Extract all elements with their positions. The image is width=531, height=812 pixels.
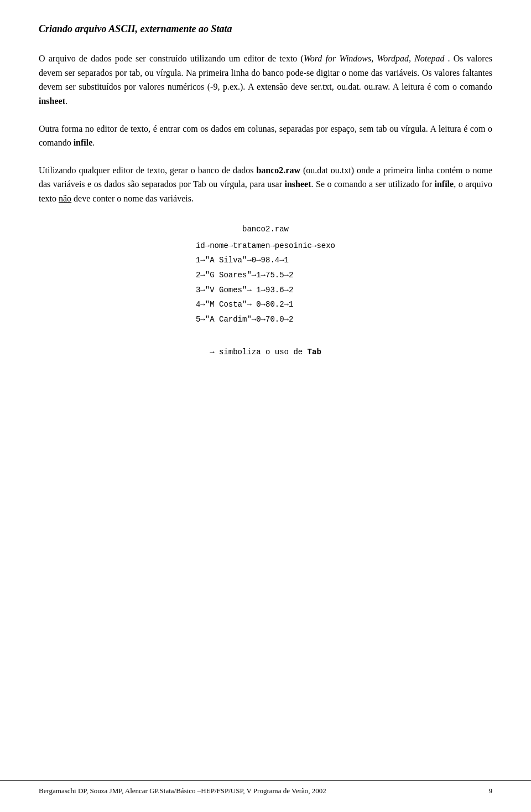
code-line-header: id→nome→tratamen→pesoinic→sexo — [196, 239, 335, 254]
code-line-3: 3→"V Gomes"→ 1→93.6→2 — [196, 283, 335, 298]
page-container: Criando arquivo ASCII, externamente ao S… — [0, 0, 531, 812]
page-title: Criando arquivo ASCII, externamente ao S… — [39, 22, 492, 36]
paragraph-1: O arquivo de dados pode ser construído u… — [39, 51, 492, 108]
code-line-4: 4→"M Costa"→ 0→80.2→1 — [196, 297, 335, 312]
code-block: banco2.raw id→nome→tratamen→pesoinic→sex… — [196, 223, 335, 360]
code-line-1: 1→"A Silva"→0→98.4→1 — [196, 253, 335, 268]
code-line-5: 5→"A Cardim"→0→70.0→2 — [196, 312, 335, 327]
code-line-2: 2→"G Soares"→1→75.5→2 — [196, 268, 335, 283]
footer-citation: Bergamaschi DP, Souza JMP, Alencar GP.St… — [39, 787, 326, 795]
code-legend: → simboliza o uso de Tab — [196, 345, 335, 360]
code-title: banco2.raw — [196, 223, 335, 236]
paragraph-2: Outra forma no editor de texto, é entrar… — [39, 122, 492, 150]
footer: Bergamaschi DP, Souza JMP, Alencar GP.St… — [0, 780, 531, 801]
code-section: banco2.raw id→nome→tratamen→pesoinic→sex… — [39, 223, 492, 360]
paragraph-3: Utilizando qualquer editor de texto, ger… — [39, 163, 492, 206]
footer-page-number: 9 — [489, 787, 493, 795]
